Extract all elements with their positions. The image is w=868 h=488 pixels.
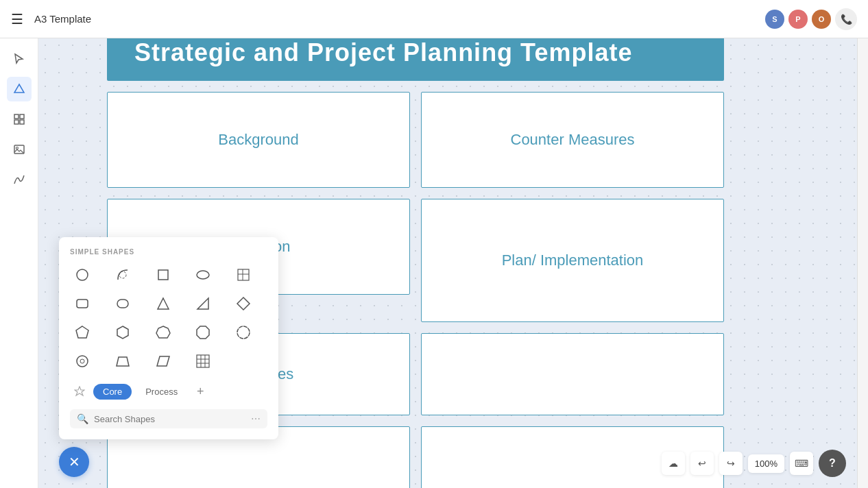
menu-icon[interactable]: ☰ <box>11 11 23 27</box>
tab-core[interactable]: Core <box>93 384 132 400</box>
svg-marker-19 <box>76 326 88 338</box>
shape-triangle[interactable] <box>151 291 176 316</box>
shape-rounded-rect2[interactable] <box>110 291 135 316</box>
svg-rect-28 <box>197 355 209 367</box>
template-header: Strategic and Project Planning Template <box>107 38 724 81</box>
box-plan-implementation[interactable]: Plan/ Implementation <box>421 199 724 322</box>
panel-section-label: SIMPLE SHAPES <box>70 248 267 256</box>
box-counter-measures-label: Counter Measures <box>511 131 635 149</box>
shape-oval[interactable] <box>191 263 215 287</box>
shape-circle[interactable] <box>70 263 95 287</box>
svg-marker-18 <box>237 297 250 310</box>
shape-trapezoid[interactable] <box>110 349 135 374</box>
svg-rect-9 <box>158 270 168 280</box>
sidebar-shapes[interactable] <box>7 77 32 101</box>
shape-octagon[interactable] <box>191 320 215 345</box>
more-options-icon[interactable]: ⋯ <box>251 413 261 424</box>
svg-rect-4 <box>20 120 24 124</box>
sidebar-paths[interactable] <box>7 167 32 192</box>
shape-diamond[interactable] <box>231 291 256 316</box>
box-background[interactable]: Background <box>107 92 410 188</box>
tab-add[interactable]: + <box>191 382 209 400</box>
svg-rect-14 <box>77 300 88 308</box>
shape-heptagon[interactable] <box>151 320 176 345</box>
sidebar-frames[interactable] <box>7 107 32 132</box>
template-header-text: Strategic and Project Planning Template <box>134 38 697 67</box>
avatars-group: S P O 📞 <box>765 8 857 30</box>
shape-right-triangle[interactable] <box>191 291 215 316</box>
svg-marker-17 <box>197 298 208 309</box>
shape-parallelogram[interactable] <box>151 349 176 374</box>
help-btn[interactable]: ? <box>819 450 846 477</box>
search-icon: 🔍 <box>77 413 88 424</box>
close-fab-icon: ✕ <box>69 454 80 470</box>
svg-marker-21 <box>156 326 170 338</box>
svg-marker-26 <box>117 357 129 366</box>
svg-point-23 <box>237 326 250 339</box>
svg-point-7 <box>77 269 88 280</box>
keyboard-btn[interactable]: ⌨ <box>790 452 813 475</box>
doc-title: A3 Template <box>34 13 91 25</box>
svg-marker-20 <box>117 326 128 339</box>
shape-rounded-rect[interactable] <box>70 291 95 316</box>
svg-marker-0 <box>14 84 24 93</box>
avatar-orange[interactable]: O <box>812 10 831 29</box>
shape-hexagon[interactable] <box>110 320 135 345</box>
shape-arc[interactable] <box>110 263 135 287</box>
svg-point-6 <box>16 147 18 149</box>
shapes-grid <box>70 263 267 374</box>
bottom-toolbar: ☁ ↩ ↪ 100% ⌨ ? <box>662 450 846 477</box>
avatar-s[interactable]: S <box>765 10 784 29</box>
tab-process[interactable]: Process <box>136 384 187 400</box>
shape-table[interactable] <box>191 349 215 374</box>
cloud-btn[interactable]: ☁ <box>662 452 685 475</box>
search-input[interactable] <box>94 414 245 424</box>
call-icon[interactable]: 📞 <box>835 8 857 30</box>
svg-point-10 <box>197 271 209 279</box>
box-empty1[interactable] <box>421 333 724 415</box>
top-bar: ☰ A3 Template S P O 📞 <box>0 0 868 38</box>
svg-rect-3 <box>14 120 19 124</box>
svg-rect-1 <box>14 114 19 119</box>
right-panel <box>857 38 868 488</box>
svg-rect-2 <box>20 114 24 119</box>
main-layout: Strategic and Project Planning Template … <box>0 38 868 488</box>
shape-pentagon[interactable] <box>70 320 95 345</box>
box-counter-measures[interactable]: Counter Measures <box>421 92 724 188</box>
svg-marker-27 <box>157 356 169 366</box>
panel-search: 🔍 ⋯ <box>70 409 267 428</box>
box-background-label: Background <box>218 131 298 149</box>
canvas-area: Strategic and Project Planning Template … <box>38 38 857 488</box>
panel-tabs: Core Process + <box>70 382 267 401</box>
shape-panel: SIMPLE SHAPES <box>59 237 278 439</box>
svg-rect-11 <box>238 269 249 280</box>
svg-rect-15 <box>117 300 128 308</box>
svg-marker-33 <box>75 387 84 395</box>
undo-btn[interactable]: ↩ <box>690 452 714 475</box>
redo-btn[interactable]: ↪ <box>719 452 743 475</box>
sidebar-cursor[interactable] <box>7 47 32 71</box>
zoom-label: 100% <box>748 454 784 473</box>
sidebar-image[interactable] <box>7 137 32 162</box>
svg-marker-22 <box>197 326 209 339</box>
avatar-pink[interactable]: P <box>788 10 808 29</box>
svg-point-25 <box>80 359 84 363</box>
svg-point-24 <box>77 356 88 367</box>
shape-nonagon[interactable] <box>231 320 256 345</box>
left-sidebar <box>0 38 38 488</box>
star-tab-icon[interactable] <box>70 382 89 401</box>
shape-square[interactable] <box>151 263 176 287</box>
close-fab[interactable]: ✕ <box>59 447 89 477</box>
box-plan-label: Plan/ Implementation <box>502 252 644 269</box>
shape-circle2[interactable] <box>70 349 95 374</box>
svg-marker-16 <box>158 298 169 309</box>
shape-grid[interactable] <box>231 263 256 287</box>
